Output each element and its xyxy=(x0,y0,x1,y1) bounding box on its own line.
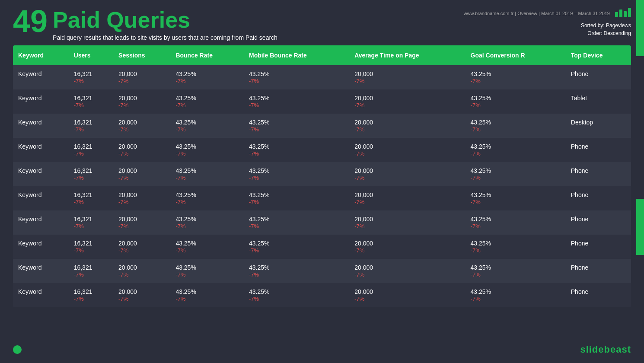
data-table: Keyword Users Sessions Bounce Rate Mobil… xyxy=(13,45,631,307)
bounce-change: -7% xyxy=(175,78,239,84)
table-row: Keyword16,321-7%20,000-7%43.25%-7%43.25%… xyxy=(13,114,631,138)
avg-value: 20,000 xyxy=(354,288,460,295)
avg-value: 20,000 xyxy=(354,216,460,223)
bounce-value: 43.25% xyxy=(175,191,239,198)
users-value: 16,321 xyxy=(74,191,108,198)
cell-sessions: 20,000-7% xyxy=(113,186,170,210)
cell-top-device: Phone xyxy=(566,186,631,210)
sessions-value: 20,000 xyxy=(118,264,165,271)
mobile-change: -7% xyxy=(249,126,344,133)
cell-keyword: Keyword xyxy=(13,186,69,210)
col-header-avg-time: Average Time on Page xyxy=(349,45,465,65)
chart-bar-4 xyxy=(628,8,631,17)
avg-value: 20,000 xyxy=(354,119,460,126)
main-title: Paid Queries xyxy=(53,8,277,32)
cell-goal: 43.25%-7% xyxy=(465,114,566,138)
cell-bounce-rate: 43.25%-7% xyxy=(170,114,244,138)
users-change: -7% xyxy=(74,271,108,278)
mobile-value: 43.25% xyxy=(249,167,344,174)
avg-change: -7% xyxy=(354,150,460,157)
sessions-change: -7% xyxy=(118,199,165,205)
chart-bar-3 xyxy=(624,11,627,17)
bounce-value: 43.25% xyxy=(175,119,239,126)
chart-bar-1 xyxy=(615,12,618,17)
mobile-value: 43.25% xyxy=(249,216,344,223)
users-change: -7% xyxy=(74,126,108,133)
sessions-value: 20,000 xyxy=(118,143,165,150)
cell-bounce-rate: 43.25%-7% xyxy=(170,259,244,283)
cell-top-device: Phone xyxy=(566,138,631,162)
cell-sessions: 20,000-7% xyxy=(113,138,170,162)
table-header-row: Keyword Users Sessions Bounce Rate Mobil… xyxy=(13,45,631,65)
cell-keyword: Keyword xyxy=(13,138,69,162)
avg-value: 20,000 xyxy=(354,240,460,247)
big-number: 49 xyxy=(13,6,48,37)
cell-keyword: Keyword xyxy=(13,65,69,89)
mobile-value: 43.25% xyxy=(249,143,344,150)
brand-name: slidebeast xyxy=(580,344,631,355)
cell-users: 16,321-7% xyxy=(69,65,113,89)
green-dot xyxy=(13,345,22,354)
bounce-change: -7% xyxy=(175,102,239,108)
cell-users: 16,321-7% xyxy=(69,162,113,186)
cell-bounce-rate: 43.25%-7% xyxy=(170,162,244,186)
cell-bounce-rate: 43.25%-7% xyxy=(170,235,244,259)
sessions-change: -7% xyxy=(118,126,165,133)
users-change: -7% xyxy=(74,223,108,229)
goal-change: -7% xyxy=(471,102,561,108)
bounce-value: 43.25% xyxy=(175,240,239,247)
header-right-top: www.brandname.com.tr | Overview | March … xyxy=(464,8,631,19)
users-change: -7% xyxy=(74,296,108,302)
sessions-change: -7% xyxy=(118,175,165,181)
mobile-value: 43.25% xyxy=(249,240,344,247)
users-change: -7% xyxy=(74,247,108,254)
sessions-value: 20,000 xyxy=(118,288,165,295)
cell-mobile-bounce: 43.25%-7% xyxy=(244,210,349,235)
cell-avg-time: 20,000-7% xyxy=(349,235,465,259)
cell-goal: 43.25%-7% xyxy=(465,283,566,307)
device-value: Phone xyxy=(571,191,626,198)
cell-avg-time: 20,000-7% xyxy=(349,210,465,235)
bounce-change: -7% xyxy=(175,296,239,302)
mobile-value: 43.25% xyxy=(249,288,344,295)
bounce-change: -7% xyxy=(175,247,239,254)
bounce-change: -7% xyxy=(175,199,239,205)
cell-mobile-bounce: 43.25%-7% xyxy=(244,235,349,259)
cell-avg-time: 20,000-7% xyxy=(349,162,465,186)
cell-keyword: Keyword xyxy=(13,210,69,235)
sessions-change: -7% xyxy=(118,247,165,254)
col-header-users: Users xyxy=(69,45,113,65)
cell-bounce-rate: 43.25%-7% xyxy=(170,283,244,307)
title-text-block: Paid Queries Paid query results that lea… xyxy=(53,8,277,41)
cell-avg-time: 20,000-7% xyxy=(349,114,465,138)
goal-change: -7% xyxy=(471,126,561,133)
cell-avg-time: 20,000-7% xyxy=(349,186,465,210)
cell-sessions: 20,000-7% xyxy=(113,114,170,138)
cell-keyword: Keyword xyxy=(13,114,69,138)
users-change: -7% xyxy=(74,175,108,181)
avg-value: 20,000 xyxy=(354,95,460,102)
cell-mobile-bounce: 43.25%-7% xyxy=(244,259,349,283)
device-value: Phone xyxy=(571,240,626,247)
cell-goal: 43.25%-7% xyxy=(465,186,566,210)
cell-goal: 43.25%-7% xyxy=(465,259,566,283)
cell-sessions: 20,000-7% xyxy=(113,162,170,186)
col-header-goal: Goal Conversion R xyxy=(465,45,566,65)
site-info: www.brandname.com.tr | Overview | March … xyxy=(464,11,610,16)
cell-mobile-bounce: 43.25%-7% xyxy=(244,283,349,307)
cell-sessions: 20,000-7% xyxy=(113,89,170,114)
bounce-change: -7% xyxy=(175,271,239,278)
table-row: Keyword16,321-7%20,000-7%43.25%-7%43.25%… xyxy=(13,235,631,259)
bounce-value: 43.25% xyxy=(175,216,239,223)
table-row: Keyword16,321-7%20,000-7%43.25%-7%43.25%… xyxy=(13,89,631,114)
cell-users: 16,321-7% xyxy=(69,186,113,210)
goal-value: 43.25% xyxy=(471,264,561,271)
cell-users: 16,321-7% xyxy=(69,138,113,162)
cell-users: 16,321-7% xyxy=(69,235,113,259)
cell-goal: 43.25%-7% xyxy=(465,138,566,162)
cell-mobile-bounce: 43.25%-7% xyxy=(244,114,349,138)
cell-avg-time: 20,000-7% xyxy=(349,65,465,89)
mobile-change: -7% xyxy=(249,175,344,181)
sessions-change: -7% xyxy=(118,296,165,302)
device-value: Phone xyxy=(571,264,626,271)
